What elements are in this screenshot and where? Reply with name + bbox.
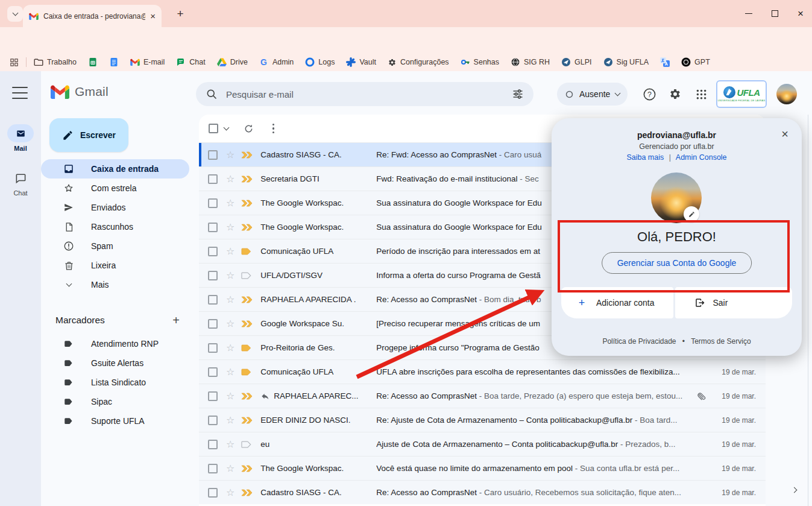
importance-marker[interactable] — [241, 465, 254, 472]
edit-avatar-icon[interactable] — [684, 206, 699, 222]
maximize-button[interactable] — [772, 10, 778, 17]
star-icon[interactable]: ☆ — [226, 440, 234, 449]
sidebar-item-drafts[interactable]: Rascunhos — [41, 217, 189, 236]
profile-avatar[interactable] — [776, 84, 797, 104]
importance-marker[interactable] — [241, 489, 254, 496]
sidebar-label-gsuite-alertas[interactable]: Gsuite Alertas — [41, 353, 189, 373]
star-icon[interactable]: ☆ — [226, 247, 234, 256]
row-checkbox[interactable] — [208, 367, 218, 377]
row-checkbox[interactable] — [208, 391, 218, 401]
importance-marker[interactable] — [241, 151, 254, 159]
sidebar-item-starred[interactable]: Com estrela — [41, 179, 189, 198]
window-close-button[interactable]: × — [798, 8, 804, 19]
importance-marker[interactable] — [241, 368, 254, 376]
help-icon[interactable]: ? — [641, 86, 658, 103]
star-icon[interactable]: ☆ — [226, 223, 234, 232]
sidebar-label-lista-sindicato[interactable]: Lista Sindicato — [41, 373, 189, 392]
email-row[interactable]: ☆euAjuste de Cota de Armazenamento – Con… — [199, 432, 766, 456]
status-selector[interactable]: Ausente — [557, 83, 628, 106]
email-row[interactable]: ☆RAPHAELA APAREC...Re: Acesso ao Compras… — [199, 384, 766, 408]
compose-button[interactable]: Escrever — [49, 118, 128, 152]
more-options-icon[interactable] — [269, 124, 278, 133]
row-checkbox[interactable] — [208, 198, 218, 208]
sign-out-button[interactable]: Sair — [675, 287, 793, 318]
bookmark-sig-rh[interactable]: SIG RH — [511, 57, 550, 67]
main-menu-icon[interactable] — [12, 87, 28, 99]
importance-marker[interactable] — [241, 320, 254, 327]
email-row[interactable]: ☆Comunicação UFLAUFLA abre inscrições pa… — [199, 359, 766, 384]
row-checkbox[interactable] — [208, 150, 218, 160]
bookmark-sheets[interactable] — [88, 57, 98, 67]
side-panel-expand-chevron[interactable] — [787, 482, 801, 497]
row-checkbox[interactable] — [208, 464, 218, 473]
importance-marker[interactable] — [241, 272, 254, 279]
importance-marker[interactable] — [241, 417, 254, 424]
star-icon[interactable]: ☆ — [226, 150, 234, 160]
bookmark-docs[interactable] — [109, 57, 119, 67]
bookmark-admin[interactable]: GAdmin — [259, 57, 294, 67]
learn-more-link[interactable]: Saiba mais — [626, 153, 664, 162]
privacy-link[interactable]: Política de Privacidade — [602, 337, 676, 346]
bookmark-chat[interactable]: Chat — [176, 57, 205, 67]
star-icon[interactable]: ☆ — [226, 295, 234, 305]
importance-marker[interactable] — [241, 393, 254, 400]
importance-marker[interactable] — [241, 296, 254, 303]
row-checkbox[interactable] — [208, 416, 218, 425]
terms-link[interactable]: Termos de Serviço — [691, 337, 751, 346]
bookmark-trabalho[interactable]: Trabalho — [34, 57, 77, 67]
row-checkbox[interactable] — [208, 343, 218, 353]
row-checkbox[interactable] — [208, 295, 218, 305]
bookmark-translate[interactable] — [660, 57, 670, 67]
manage-account-button[interactable]: Gerenciar sua Conta do Google — [602, 252, 752, 274]
bookmark-drive[interactable]: Drive — [217, 57, 248, 67]
row-checkbox[interactable] — [208, 223, 218, 232]
bookmark-senhas[interactable]: Senhas — [461, 57, 499, 67]
rail-item-mail[interactable]: Mail — [0, 124, 41, 152]
importance-marker[interactable] — [241, 224, 254, 231]
search-bar[interactable]: Pesquisar e-mail — [196, 82, 533, 106]
star-icon[interactable]: ☆ — [226, 198, 234, 208]
email-row[interactable]: ☆Cadastro SIASG - CA.Re: Acesso ao Compr… — [199, 480, 766, 504]
bookmark-configuracoes[interactable]: Configurações — [388, 58, 449, 67]
row-checkbox[interactable] — [208, 174, 218, 184]
star-icon[interactable]: ☆ — [226, 319, 234, 329]
row-checkbox[interactable] — [208, 271, 218, 280]
rail-item-chat[interactable]: Chat — [0, 169, 41, 197]
bookmark-sig-ufla[interactable]: Sig UFLA — [603, 57, 649, 67]
add-label-button[interactable]: + — [172, 314, 180, 326]
minimize-button[interactable] — [745, 13, 752, 14]
sidebar-item-spam[interactable]: Spam — [41, 236, 189, 256]
new-tab-button[interactable]: + — [172, 6, 188, 22]
bookmark-gpt[interactable]: GPT — [681, 57, 710, 67]
sidebar-item-more[interactable]: Mais — [41, 275, 189, 294]
sidebar-item-inbox[interactable]: Caixa de entrada — [41, 159, 189, 179]
star-icon[interactable]: ☆ — [226, 464, 234, 473]
select-dropdown-icon[interactable] — [224, 125, 230, 131]
sidebar-label-suporte-ufla[interactable]: Suporte UFLA — [41, 411, 189, 431]
row-checkbox[interactable] — [208, 319, 218, 329]
row-checkbox[interactable] — [208, 440, 218, 449]
sidebar-label-sipac[interactable]: Sipac — [41, 392, 189, 411]
apps-shortcut-icon[interactable] — [10, 58, 19, 67]
sidebar-label-atendimento-rnp[interactable]: Atendimento RNP — [41, 334, 189, 353]
importance-marker[interactable] — [241, 176, 254, 183]
star-icon[interactable]: ☆ — [226, 391, 234, 401]
settings-gear-icon[interactable] — [667, 86, 684, 103]
importance-marker[interactable] — [241, 344, 254, 352]
star-icon[interactable]: ☆ — [226, 174, 234, 184]
search-filter-icon[interactable] — [512, 88, 524, 100]
bookmark-email[interactable]: E-mail — [130, 58, 165, 66]
sidebar-item-sent[interactable]: Enviados — [41, 198, 189, 217]
star-icon[interactable]: ☆ — [226, 343, 234, 353]
bookmark-logs[interactable]: Logs — [305, 57, 335, 67]
admin-console-link[interactable]: Admin Console — [676, 153, 727, 162]
tab-search-button[interactable] — [7, 6, 23, 22]
importance-marker[interactable] — [241, 441, 254, 448]
email-row[interactable]: ☆The Google Workspac.Você está quase no … — [199, 456, 766, 480]
star-icon[interactable]: ☆ — [226, 416, 234, 425]
google-apps-grid-icon[interactable] — [693, 86, 710, 103]
bookmark-glpi[interactable]: GLPI — [561, 57, 592, 67]
star-icon[interactable]: ☆ — [226, 271, 234, 280]
search-input[interactable]: Pesquisar e-mail — [226, 89, 503, 100]
tab-close-icon[interactable]: × — [150, 11, 156, 21]
